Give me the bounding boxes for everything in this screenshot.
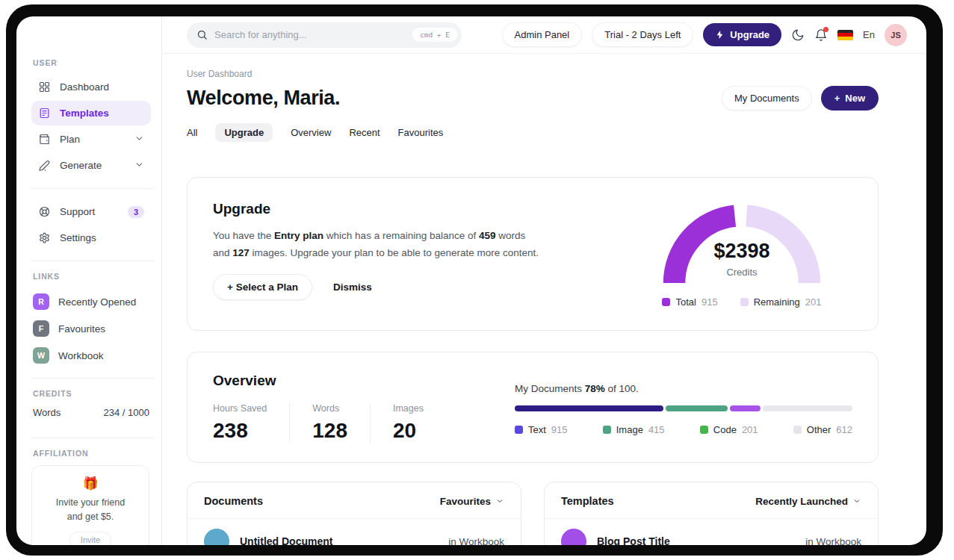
link-avatar: R — [33, 293, 49, 310]
sidebar-section-affiliation: AFFILIATION — [33, 449, 151, 458]
sidebar-divider — [31, 378, 154, 379]
sidebar-item-label: Support — [60, 206, 95, 217]
stacked-bar-legend: Text915 Image415 Code201 — [515, 424, 852, 435]
dashboard-content: User Dashboard Welcome, Maria. My Docume… — [162, 54, 926, 545]
gift-icon: 🎁 — [38, 476, 143, 491]
stat-hours-saved: Hours Saved 238 — [213, 403, 289, 443]
sidebar-item-settings[interactable]: Settings — [31, 225, 151, 250]
sidebar-link-recently-opened[interactable]: R Recently Opened — [31, 288, 151, 315]
upgrade-button[interactable]: Upgrade — [703, 23, 781, 46]
affiliation-text: Invite your friend and get $5. — [38, 496, 143, 524]
upgrade-card: Upgrade You have the Entry plan which ha… — [187, 177, 879, 331]
invite-button[interactable]: Invite — [69, 532, 111, 546]
app-window-frame: USER Dashboard Templates Plan Generate S… — [6, 4, 943, 556]
sidebar-item-label: Templates — [60, 108, 109, 119]
legend-swatch — [793, 426, 802, 434]
documents-card: Documents Favourites Untitled Document i… — [187, 482, 521, 545]
sidebar-divider — [31, 188, 154, 189]
select-plan-button[interactable]: + Select a Plan — [213, 274, 312, 300]
overview-stats: Hours Saved 238 Words 128 Images 20 — [213, 403, 446, 443]
templates-card: Templates Recently Launched Blog Post Ti… — [544, 482, 879, 545]
overview-card-title: Overview — [213, 373, 446, 389]
pencil-icon — [38, 159, 51, 172]
legend-swatch — [740, 298, 749, 306]
tab-bar: All Upgrade Overview Recent Favourites — [187, 123, 879, 142]
sidebar-section-user: USER — [33, 58, 151, 67]
template-title: Blog Post Title — [597, 535, 670, 545]
sidebar-item-label: Plan — [60, 134, 80, 145]
document-title: Untitled Document — [240, 535, 332, 545]
main-area: Search for anything... cmd + E Admin Pan… — [162, 16, 926, 545]
legend-swatch — [603, 426, 611, 434]
gauge-legend: Total 915 Remaining 201 — [662, 296, 821, 308]
my-documents-button[interactable]: My Documents — [722, 86, 812, 111]
link-avatar: F — [33, 320, 49, 337]
language-flag-germany[interactable] — [837, 30, 853, 40]
document-list-item[interactable]: Untitled Document in Workbook — [188, 519, 521, 545]
document-avatar — [204, 529, 229, 545]
sidebar-item-label: Dashboard — [60, 81, 109, 93]
sidebar-item-label: Generate — [60, 160, 102, 171]
bar-segment-text — [515, 405, 663, 411]
legend-item-remaining: Remaining 201 — [740, 296, 822, 308]
bar-segment-image — [666, 405, 728, 411]
document-location: in Workbook — [448, 536, 504, 546]
sidebar-item-generate[interactable]: Generate — [31, 153, 151, 178]
sidebar-link-workbook[interactable]: W Workbook — [31, 342, 151, 369]
sidebar-item-support[interactable]: Support 3 — [31, 199, 151, 224]
credits-metric-value: 234 / 1000 — [104, 407, 149, 418]
credits-gauge: $2398 Credits Total 915 Remaining 201 — [658, 201, 826, 308]
link-label: Recently Opened — [58, 296, 136, 308]
sidebar-item-dashboard[interactable]: Dashboard — [31, 75, 151, 99]
sidebar: USER Dashboard Templates Plan Generate S… — [16, 16, 162, 545]
documents-card-title: Documents — [204, 495, 263, 507]
admin-panel-button[interactable]: Admin Panel — [502, 22, 583, 47]
new-button[interactable]: + New — [821, 86, 879, 111]
trial-days-left-button[interactable]: Trial - 2 Days Left — [592, 22, 693, 47]
search-icon — [196, 29, 208, 40]
search-input[interactable]: Search for anything... cmd + E — [187, 22, 462, 48]
document-icon — [38, 107, 51, 119]
documents-stacked-bar — [515, 405, 852, 411]
templates-filter-dropdown[interactable]: Recently Launched — [755, 496, 861, 507]
bar-segment-code — [730, 405, 761, 411]
page-title: Welcome, Maria. — [187, 87, 340, 110]
notifications-button[interactable] — [814, 28, 828, 42]
tab-upgrade[interactable]: Upgrade — [215, 123, 273, 142]
link-avatar: W — [33, 347, 49, 364]
dark-mode-toggle[interactable] — [791, 28, 805, 42]
documents-progress-label: My Documents 78% of 100. — [515, 383, 852, 394]
legend-item-total: Total 915 — [662, 296, 717, 308]
sidebar-item-plan[interactable]: Plan — [31, 127, 151, 152]
sidebar-link-favourites[interactable]: F Favourites — [31, 315, 151, 342]
stat-images: Images 20 — [370, 403, 446, 443]
stat-words: Words 128 — [289, 403, 370, 443]
credits-metric-label: Words — [33, 407, 61, 418]
dismiss-button[interactable]: Dismiss — [333, 281, 372, 293]
tab-overview[interactable]: Overview — [291, 123, 331, 142]
language-label[interactable]: En — [863, 29, 875, 40]
sidebar-item-templates[interactable]: Templates — [31, 101, 151, 125]
template-location: in Workbook — [805, 536, 861, 546]
sidebar-section-links: LINKS — [33, 272, 151, 281]
documents-filter-dropdown[interactable]: Favourites — [440, 496, 504, 507]
breadcrumb: User Dashboard — [187, 69, 879, 79]
templates-card-title: Templates — [561, 495, 614, 507]
plus-icon: + — [834, 93, 840, 104]
tab-recent[interactable]: Recent — [349, 123, 380, 142]
link-label: Favourites — [58, 323, 105, 335]
legend-swatch — [515, 426, 523, 434]
tab-all[interactable]: All — [187, 123, 197, 142]
credits-amount: $2398 — [658, 240, 826, 263]
notification-dot — [823, 27, 828, 32]
upgrade-card-title: Upgrade — [213, 201, 542, 217]
overview-card: Overview Hours Saved 238 Words 128 — [187, 352, 879, 463]
search-shortcut-badge: cmd + E — [412, 28, 457, 42]
user-avatar[interactable]: JS — [885, 24, 907, 46]
sidebar-divider — [31, 261, 154, 261]
tab-favourites[interactable]: Favourites — [398, 123, 444, 142]
lightning-icon — [715, 30, 725, 40]
legend-swatch — [662, 298, 670, 306]
template-list-item[interactable]: Blog Post Title in Workbook — [545, 519, 878, 545]
gear-icon — [38, 231, 51, 244]
